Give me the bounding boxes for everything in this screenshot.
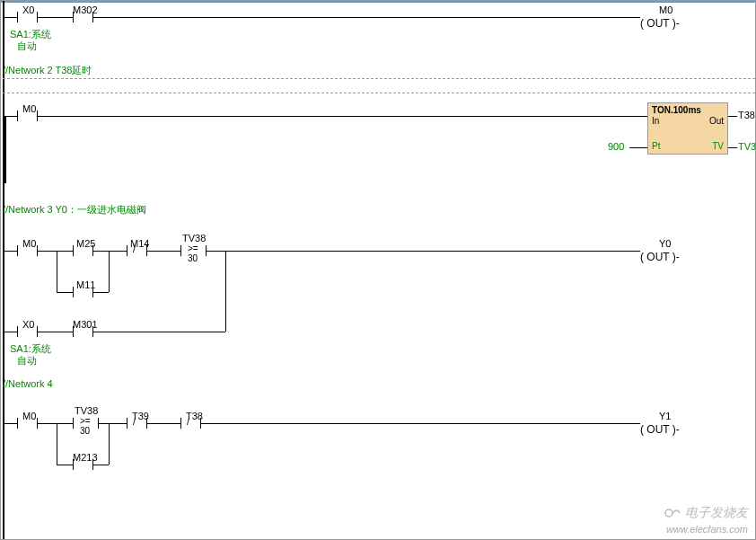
wire: [146, 251, 180, 252]
top-border: [1, 1, 756, 3]
contact: [73, 459, 74, 470]
cmp-op-n4: >=: [80, 416, 91, 426]
fb-pt: Pt: [652, 141, 660, 151]
ton-function-block: TON.100ms In Out Pt TV: [647, 102, 728, 155]
coil-out-m0: ( OUT )-: [640, 17, 680, 30]
network4-title: //Network 4: [3, 378, 53, 389]
fb-pt-value: 900: [608, 141, 624, 152]
coil-out-y1: ( OUT )-: [640, 423, 680, 436]
nc-slash: /: [133, 416, 136, 427]
wire: [629, 147, 647, 148]
contact-m302: [73, 12, 74, 22]
branch-join: [225, 251, 226, 332]
contact-nc: [127, 418, 127, 429]
contact-nc: [180, 418, 181, 429]
contact: [17, 245, 18, 256]
wire: [92, 332, 225, 332]
branch-down: [57, 423, 57, 465]
dashed-separator: [3, 93, 755, 93]
contact: [17, 326, 18, 337]
logo-icon: [664, 506, 681, 520]
contact-label-m301: M301: [73, 319, 98, 330]
contact-m0-n2: [17, 111, 18, 121]
branch-down: [57, 251, 57, 292]
contact-label-tv38: TV38: [182, 233, 206, 243]
contact-label-m213: M213: [73, 452, 98, 463]
wire: [37, 423, 73, 424]
contact-label-m0-n2: M0: [22, 103, 36, 114]
watermark-brand: 电子发烧友: [664, 505, 748, 521]
wire: [37, 251, 73, 252]
wire: [98, 423, 127, 424]
wire: [92, 292, 109, 293]
wire: [37, 17, 73, 18]
network3-title: //Network 3 Y0：一级进水电磁阀: [3, 203, 146, 217]
comment-auto: 自动: [17, 40, 37, 53]
fb-out-t38: T38: [738, 110, 755, 120]
contact: [180, 245, 181, 256]
nc-slash: /: [133, 243, 136, 254]
contact-label-x0-n3: X0: [22, 319, 34, 330]
wire: [92, 17, 640, 18]
wire: [4, 17, 17, 18]
wire: [4, 332, 17, 332]
contact: [73, 326, 74, 337]
contact: [73, 418, 74, 429]
fb-title: TON.100ms: [652, 105, 701, 115]
comment-auto-n3: 自动: [17, 354, 37, 367]
coil-label-m0: M0: [659, 4, 672, 15]
contact: [73, 287, 74, 297]
left-power-rail: [3, 1, 4, 539]
rail: [4, 116, 6, 183]
contact-label-m0-n4: M0: [22, 411, 36, 421]
coil-label-y1: Y1: [659, 411, 671, 421]
wire: [4, 251, 17, 252]
wire: [92, 465, 109, 465]
contact: [17, 418, 18, 429]
coil-out-y0: ( OUT )-: [640, 251, 680, 263]
contact-label-m0-n3: M0: [22, 238, 36, 249]
wire: [57, 292, 73, 293]
wire: [206, 251, 640, 252]
watermark-url: www.elecfans.com: [666, 524, 748, 535]
ladder-diagram: X0 M302 M0 ( OUT )- SA1:系统 自动 //Network …: [0, 0, 756, 540]
coil-label-y0: Y0: [659, 238, 671, 249]
network2-title: //Network 2 T38延时: [3, 64, 92, 77]
contact-label-x0: X0: [22, 4, 34, 15]
wire: [37, 332, 73, 332]
contact-label-m302: M302: [73, 4, 98, 15]
branch-down: [109, 251, 110, 292]
wire: [146, 423, 180, 424]
branch-down: [109, 423, 110, 465]
wire: [92, 251, 127, 252]
wire: [57, 465, 73, 465]
fb-in: In: [652, 116, 659, 126]
wire: [4, 423, 17, 424]
dashed-separator: [3, 78, 755, 79]
wire: [37, 116, 647, 117]
wire: [728, 116, 737, 117]
nc-slash: /: [187, 416, 189, 427]
cmp-val-n4: 30: [80, 426, 90, 436]
fb-tv-tv38: TV38: [738, 141, 756, 152]
contact-label-tv38-n4: TV38: [75, 405, 98, 416]
contact: [73, 245, 74, 256]
contact-x0: [17, 12, 18, 22]
contact-nc: [127, 245, 127, 256]
svg-point-0: [665, 509, 672, 517]
wire: [200, 423, 640, 424]
fb-tv: TV: [712, 141, 724, 151]
fb-out: Out: [709, 116, 724, 126]
wire: [728, 147, 737, 148]
cmp-op: >=: [188, 243, 198, 253]
cmp-val: 30: [188, 253, 198, 263]
wire: [4, 116, 17, 117]
